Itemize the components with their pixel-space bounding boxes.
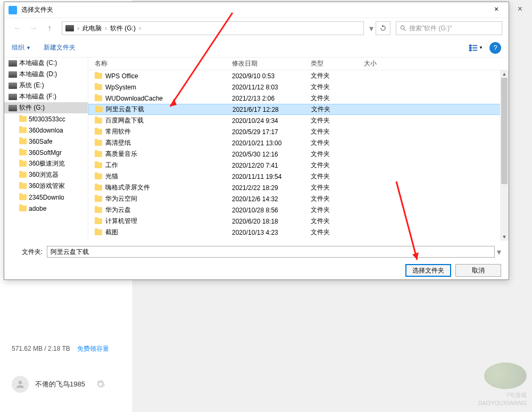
folder-icon (19, 127, 27, 133)
breadcrumb-dropdown-icon[interactable]: ▾ (369, 23, 373, 34)
col-name[interactable]: 名称 (88, 59, 226, 68)
drive-icon (65, 25, 74, 31)
folder-tree[interactable]: 本地磁盘 (C:)本地磁盘 (D:)系统 (E:)本地磁盘 (F:)软件 (G:… (4, 57, 88, 241)
tree-folder-item[interactable]: 2345Downlo (4, 192, 88, 203)
folder-name-input[interactable] (47, 246, 495, 258)
folder-icon (95, 185, 102, 191)
list-row[interactable]: 嗨格式录屏文件2021/2/22 18:29文件夹 (88, 182, 509, 193)
tree-drive-item[interactable]: 软件 (G:) (4, 102, 88, 113)
list-row[interactable]: 工作2020/12/20 7:41文件夹 (88, 160, 509, 171)
row-name: 华为云空间 (105, 194, 137, 203)
svg-rect-0 (469, 44, 471, 46)
tree-folder-item[interactable]: 360游戏管家 (4, 180, 88, 192)
row-name: 百度网盘下载 (105, 116, 144, 125)
tree-drive-item[interactable]: 本地磁盘 (D:) (4, 69, 88, 80)
col-date[interactable]: 修改日期 (226, 59, 304, 68)
folder-icon (95, 218, 102, 224)
nav-back-button[interactable]: ← (11, 21, 24, 35)
list-row[interactable]: WPS Office2020/9/10 0:53文件夹 (88, 70, 509, 81)
list-row[interactable]: 高质量音乐2020/5/30 12:16文件夹 (88, 149, 509, 160)
tree-folder-item[interactable]: 360浏览器 (4, 169, 88, 180)
breadcrumb[interactable]: › 此电脑 › 软件 (G:) › (62, 21, 364, 35)
row-type: 文件夹 (304, 127, 358, 136)
refresh-button[interactable] (376, 21, 390, 35)
gear-icon[interactable] (96, 380, 105, 389)
main-close-button[interactable]: × (518, 4, 522, 14)
row-date: 2020/10/13 4:23 (226, 229, 304, 236)
storage-free-link[interactable]: 免费领容量 (77, 345, 109, 352)
col-size[interactable]: 大小 (358, 59, 411, 68)
tree-item-label: 软件 (G:) (19, 103, 45, 112)
dialog-title: 选择文件夹 (21, 5, 488, 14)
tree-folder-item[interactable]: 5f0303533cc (4, 113, 88, 125)
list-scrollbar[interactable]: ▲ ▼ (500, 70, 509, 241)
row-date: 2020/10/24 9:34 (226, 117, 304, 125)
cancel-button[interactable]: 取消 (455, 264, 501, 277)
row-date: 2021/6/17 12:28 (226, 106, 305, 113)
row-date: 2020/10/28 8:56 (226, 207, 304, 214)
help-button[interactable]: ? (489, 42, 501, 54)
list-row[interactable]: 百度网盘下载2020/10/24 9:34文件夹 (88, 115, 509, 126)
list-row[interactable]: 华为云盘2020/10/28 8:56文件夹 (88, 204, 509, 216)
row-type: 文件夹 (304, 172, 358, 181)
row-type: 文件夹 (304, 116, 358, 125)
list-row[interactable]: 光猫2020/11/11 19:54文件夹 (88, 171, 509, 182)
tree-drive-item[interactable]: 本地磁盘 (C:) (4, 57, 88, 69)
dialog-close-button[interactable]: × (488, 5, 504, 15)
row-date: 2020/12/6 14:32 (226, 195, 304, 203)
tree-folder-item[interactable]: 360Safe (4, 136, 88, 147)
row-name: 光猫 (105, 172, 118, 181)
folder-icon (19, 183, 27, 189)
tree-item-label: 360游戏管家 (29, 182, 65, 191)
svg-rect-5 (472, 50, 477, 51)
breadcrumb-seg1[interactable]: 软件 (G:) (110, 24, 136, 33)
breadcrumb-root[interactable]: 此电脑 (82, 24, 102, 33)
list-row[interactable]: 常用软件2020/5/29 17:17文件夹 (88, 126, 509, 137)
tree-folder-item[interactable]: 360SoftMgr (4, 147, 88, 158)
list-header: 名称 修改日期 类型 大小 (88, 57, 509, 70)
new-folder-button[interactable]: 新建文件夹 (44, 43, 76, 52)
row-name: 常用软件 (105, 127, 131, 136)
tree-folder-item[interactable]: 360极速浏览 (4, 158, 88, 169)
list-row[interactable]: 阿里云盘下载2021/6/17 12:28文件夹 (88, 104, 509, 115)
scroll-up-icon[interactable]: ▲ (500, 70, 509, 78)
view-mode-button[interactable]: ▼ (469, 42, 483, 54)
list-row[interactable]: 截图2020/10/13 4:23文件夹 (88, 227, 509, 238)
folder-icon (95, 207, 102, 213)
tree-folder-item[interactable]: 360downloa (4, 125, 88, 136)
organize-menu[interactable]: 组织▼ (12, 43, 31, 52)
list-row[interactable]: 计算机管理2020/6/20 18:18文件夹 (88, 216, 509, 227)
tree-folder-item[interactable]: adobe (4, 203, 88, 214)
watermark-logo (484, 362, 527, 389)
nav-forward-button[interactable]: → (27, 21, 40, 35)
row-name: 高清壁纸 (105, 138, 131, 147)
tree-item-label: 360极速浏览 (29, 159, 65, 168)
tree-drive-item[interactable]: 本地磁盘 (F:) (4, 91, 88, 102)
dialog-footer: 文件夹: ▾ 选择文件夹 取消 (4, 241, 509, 282)
list-row[interactable]: 华为云空间2020/12/6 14:32文件夹 (88, 193, 509, 204)
avatar[interactable] (12, 376, 29, 393)
folder-icon (19, 116, 27, 122)
folder-dropdown-icon[interactable]: ▾ (497, 247, 501, 257)
folder-icon (95, 95, 102, 101)
drive-icon (9, 60, 17, 67)
scroll-thumb[interactable] (501, 78, 508, 184)
list-row[interactable]: 高清壁纸2020/10/21 13:00文件夹 (88, 137, 509, 149)
app-icon (9, 6, 17, 14)
select-folder-button[interactable]: 选择文件夹 (405, 264, 451, 277)
tree-item-label: 本地磁盘 (D:) (19, 70, 57, 79)
scroll-down-icon[interactable]: ▼ (500, 233, 509, 241)
row-type: 文件夹 (304, 228, 358, 237)
row-type: 文件夹 (304, 194, 358, 203)
col-type[interactable]: 类型 (304, 59, 358, 68)
folder-icon (19, 138, 27, 144)
nav-up-button[interactable]: ↑ (43, 21, 56, 35)
tree-item-label: 本地磁盘 (F:) (19, 92, 56, 101)
tree-drive-item[interactable]: 系统 (E:) (4, 80, 88, 91)
folder-icon (19, 172, 27, 178)
list-row[interactable]: WpSystem2020/11/12 8:03文件夹 (88, 81, 509, 93)
folder-icon (95, 196, 102, 202)
search-input[interactable]: 搜索"软件 (G:)" (396, 21, 502, 35)
file-list[interactable]: 名称 修改日期 类型 大小 WPS Office2020/9/10 0:53文件… (88, 57, 509, 241)
list-row[interactable]: WUDownloadCache2021/2/13 2:06文件夹 (88, 93, 509, 104)
